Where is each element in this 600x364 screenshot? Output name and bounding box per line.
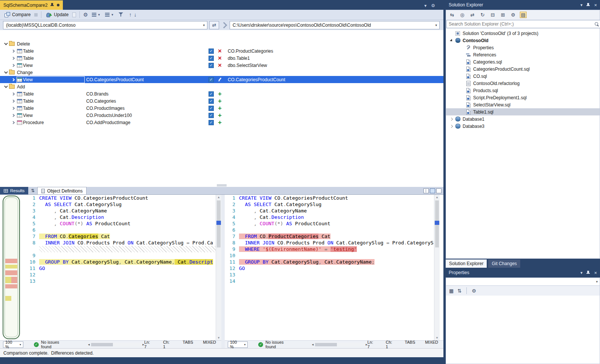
group-row[interactable]: Delete xyxy=(0,40,443,47)
chevron-right-icon[interactable] xyxy=(12,56,15,59)
tree-item-database1[interactable]: Database1 xyxy=(446,115,600,123)
chevron-down-icon[interactable] xyxy=(4,84,8,88)
search-input[interactable] xyxy=(446,20,600,28)
source-database-combo[interactable]: (localdb)\MSSQLLocalDB.Contoso ▾ xyxy=(3,21,207,29)
tree-item-database3[interactable]: Database3 xyxy=(446,123,600,130)
options-gear-icon[interactable]: ⚙ xyxy=(83,12,88,17)
properties-wrench-icon[interactable]: ⚙ xyxy=(510,12,516,18)
tabstrip-gear-icon[interactable]: ⚙ xyxy=(431,3,435,8)
sort-results-button[interactable]: ▾ xyxy=(104,12,115,17)
tree-item-categories-sql[interactable]: Categories.sql xyxy=(446,58,600,65)
scroll-left-icon[interactable]: ◂ xyxy=(88,343,90,346)
chevron-collapsed-icon[interactable] xyxy=(448,125,454,127)
include-checkbox[interactable]: ✓ xyxy=(209,91,214,97)
tree-item-script-predeployment1-sql[interactable]: Script.PreDeployment1.sql xyxy=(446,94,600,101)
scrollbar-thumb[interactable] xyxy=(91,343,113,346)
pin-icon[interactable] xyxy=(586,270,590,275)
chevron-right-icon[interactable] xyxy=(12,106,15,109)
definition-sort-icon[interactable]: ⇅ xyxy=(28,187,37,194)
window-position-icon[interactable]: ▾ xyxy=(580,3,583,8)
property-pages-icon[interactable]: ⚙ xyxy=(472,288,476,294)
horizontal-splitter[interactable] xyxy=(0,184,443,187)
sync-with-active-document-icon[interactable]: ⇆ xyxy=(449,12,455,18)
tab-sqlschemacompare2[interactable]: SqlSchemaCompare2 xyxy=(0,0,63,10)
table-row[interactable]: TableCO.ProductImages✓+ xyxy=(0,105,443,112)
target-vertical-scrollbar[interactable]: ▲ ▼ xyxy=(434,195,440,340)
compare-grid[interactable]: DeleteTable✓×CO.ProductCategoriesTable✓×… xyxy=(0,30,443,184)
target-project-combo[interactable]: C:\Users\drskwier\source\repos\ContosoOl… xyxy=(230,21,440,29)
pin-icon[interactable] xyxy=(586,3,590,8)
tree-item-contosoold-refactorlog[interactable]: ContosoOld.refactorlog xyxy=(446,80,600,87)
scroll-down-icon[interactable]: ▼ xyxy=(216,336,221,340)
tree-item-table1-sql[interactable]: Table1.sql xyxy=(446,108,600,115)
group-row[interactable]: Add xyxy=(0,83,443,90)
vertical-splitter[interactable] xyxy=(221,195,225,340)
scroll-down-icon[interactable]: ▼ xyxy=(434,336,440,340)
win-expand-icon[interactable] xyxy=(436,188,442,193)
tree-item-contosoold[interactable]: ContosoOld xyxy=(446,37,600,44)
table-row[interactable]: Table✓×dbo.Table1 xyxy=(0,55,443,62)
next-difference-icon[interactable]: ↓ xyxy=(134,12,137,17)
include-checkbox[interactable]: ✓ xyxy=(209,56,214,61)
tree-item-selectstarview-sql[interactable]: SelectStarView.sql xyxy=(446,101,600,108)
collapse-all-icon[interactable]: ⊟ xyxy=(489,12,496,18)
window-position-icon[interactable]: ▾ xyxy=(580,270,583,275)
chevron-down-icon[interactable] xyxy=(4,41,8,45)
scroll-left-icon[interactable]: ◂ xyxy=(312,343,314,346)
alphabetical-icon[interactable]: ⇅ xyxy=(457,288,461,294)
chevron-down-icon[interactable] xyxy=(4,70,8,74)
chevron-right-icon[interactable] xyxy=(12,49,15,52)
properties-object-combo[interactable]: ▾ xyxy=(446,278,600,286)
source-vertical-scrollbar[interactable]: ▲ ▼ xyxy=(216,195,221,340)
include-checkbox[interactable]: ✓ xyxy=(209,106,214,111)
chevron-right-icon[interactable] xyxy=(12,121,15,124)
categorized-icon[interactable]: ▦ xyxy=(449,288,454,294)
source-zoom-combo[interactable]: 100 % ▾ xyxy=(3,341,23,348)
compare-button[interactable]: Compare xyxy=(3,11,32,18)
show-all-files-icon[interactable]: ⊞ xyxy=(499,12,506,18)
refresh-icon[interactable]: ↻ xyxy=(479,12,486,18)
panel-tab-solution-explorer[interactable]: Solution Explorer xyxy=(446,259,487,268)
table-row[interactable]: ViewCO.CategoriesProductCount✓CO.Categor… xyxy=(0,76,443,83)
scroll-up-icon[interactable]: ▲ xyxy=(216,196,221,199)
pin-icon[interactable] xyxy=(50,3,54,8)
filter-button[interactable] xyxy=(117,12,125,18)
table-row[interactable]: View✓×dbo.SelectStarView xyxy=(0,62,443,69)
scroll-up-icon[interactable]: ▲ xyxy=(434,196,440,199)
table-row[interactable]: TableCO.Categories✓+ xyxy=(0,97,443,105)
update-button[interactable]: Update xyxy=(45,11,70,18)
table-row[interactable]: ViewCO.ProductsUnder100✓+ xyxy=(0,112,443,119)
chevron-right-icon[interactable] xyxy=(12,114,15,117)
properties-grid[interactable] xyxy=(446,296,600,364)
table-row[interactable]: ProcedureCO.AddProductImage✓+ xyxy=(0,119,443,126)
pending-changes-filter-icon[interactable]: ◎ xyxy=(459,12,466,18)
group-row[interactable]: Change xyxy=(0,69,443,76)
group-results-button[interactable]: ▾ xyxy=(90,12,102,17)
scrollbar-thumb[interactable] xyxy=(315,343,337,346)
include-checkbox[interactable]: ✓ xyxy=(209,63,214,68)
win-dock-icon[interactable] xyxy=(430,188,435,193)
target-zoom-combo[interactable]: 100 % ▾ xyxy=(228,341,248,348)
search-icon[interactable] xyxy=(594,22,599,27)
target-horizontal-scrollbar[interactable]: ◂ ▸ xyxy=(312,343,367,347)
panel-tab-git-changes[interactable]: Git Changes xyxy=(488,259,520,268)
include-checkbox[interactable]: ✓ xyxy=(209,99,214,104)
table-row[interactable]: TableCO.Brands✓+ xyxy=(0,90,443,97)
tab-object-definitions[interactable]: Object Definitions xyxy=(37,187,87,194)
diff-overview-capsule[interactable] xyxy=(3,196,20,339)
tree-item-categoriesproductcount-sql[interactable]: CategoriesProductCount.sql xyxy=(446,65,600,73)
chevron-collapsed-icon[interactable] xyxy=(448,118,454,120)
chevron-right-icon[interactable] xyxy=(12,92,15,95)
tree-item-products-sql[interactable]: Products.sql xyxy=(446,87,600,94)
tree-item-references[interactable]: References xyxy=(446,51,600,58)
chevron-expanded-icon[interactable] xyxy=(448,39,454,42)
source-definition-editor[interactable]: 1CREATE VIEW CO.CategoriesProductCount2 … xyxy=(0,195,221,340)
include-checkbox[interactable]: ✓ xyxy=(209,113,214,118)
tab-results[interactable]: Results xyxy=(0,187,28,194)
close-icon[interactable]: × xyxy=(594,2,597,8)
previous-difference-icon[interactable]: ↑ xyxy=(129,12,132,17)
source-horizontal-scrollbar[interactable]: ◂ ▸ xyxy=(88,343,144,347)
swap-source-target-button[interactable]: ⇄ xyxy=(209,21,219,29)
tree-item-co-sql[interactable]: CO.sql xyxy=(446,73,600,80)
tree-item-properties[interactable]: Properties xyxy=(446,44,600,51)
